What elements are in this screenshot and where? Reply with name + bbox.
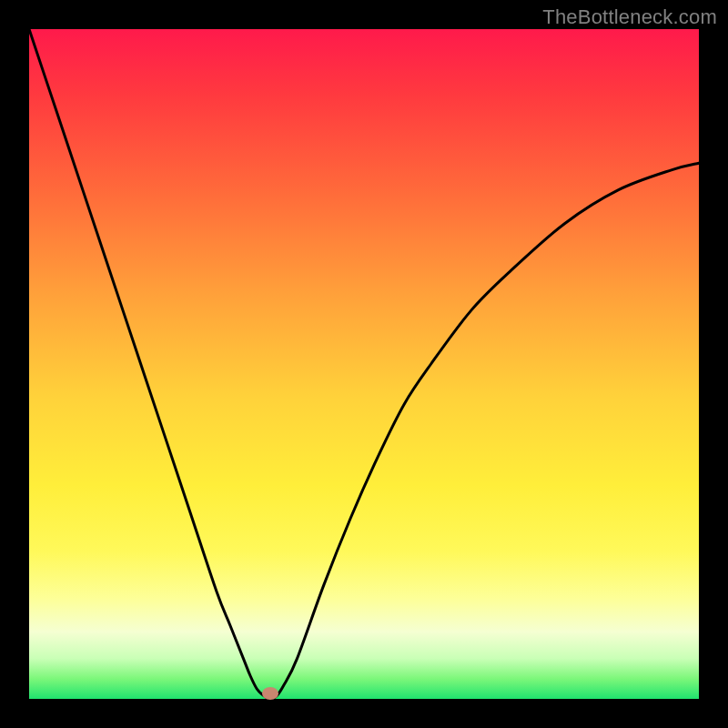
plot-area xyxy=(29,29,699,699)
watermark-text: TheBottleneck.com xyxy=(542,5,717,29)
chart-frame: TheBottleneck.com xyxy=(0,0,728,728)
bottleneck-curve xyxy=(29,29,699,699)
optimal-point-marker xyxy=(262,687,278,700)
